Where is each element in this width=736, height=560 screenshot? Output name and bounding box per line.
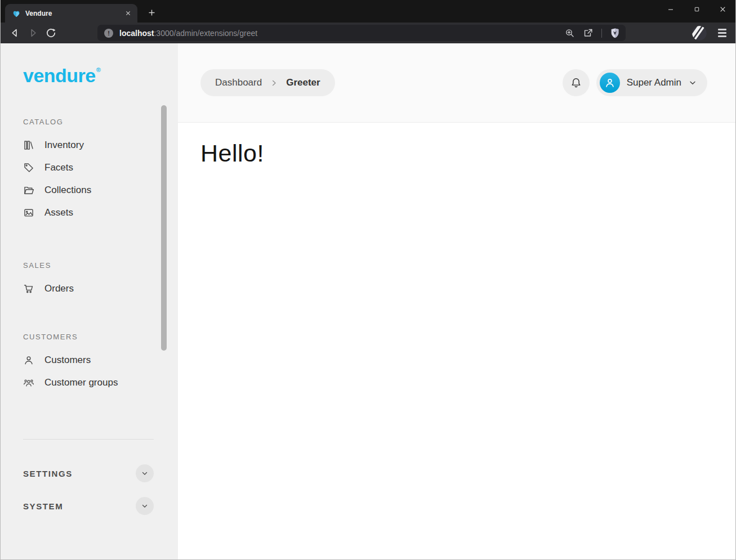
user-menu[interactable]: Super Admin: [596, 69, 707, 96]
folder-icon: [23, 185, 34, 196]
tab-title: Vendure: [25, 10, 123, 17]
address-bar[interactable]: ! localhost:3000/admin/extensions/greet: [97, 25, 626, 41]
url-text: localhost:3000/admin/extensions/greet: [119, 29, 565, 38]
tab-close-icon[interactable]: [123, 8, 133, 19]
bell-icon: [570, 77, 582, 89]
site-info-icon[interactable]: !: [104, 29, 113, 38]
settings-expand-button[interactable]: [136, 464, 154, 482]
sidebar-item-label: Facets: [44, 162, 73, 173]
zoom-icon[interactable]: [565, 28, 575, 38]
image-icon: [23, 207, 34, 218]
browser-titlebar: Vendure: [1, 0, 735, 23]
sidebar-item-collections[interactable]: Collections: [23, 179, 178, 201]
window-controls: [658, 0, 735, 19]
breadcrumb-greeter: Greeter: [286, 77, 320, 88]
profile-avatar[interactable]: [692, 26, 707, 41]
maximize-button[interactable]: [684, 0, 710, 19]
section-label-system: SYSTEM: [23, 501, 63, 511]
browser-menu-icon[interactable]: [716, 26, 729, 39]
tag-icon: [23, 162, 34, 173]
new-tab-button[interactable]: [145, 6, 158, 19]
browser-toolbar: ! localhost:3000/admin/extensions/greet: [1, 23, 735, 43]
notifications-button[interactable]: [563, 69, 590, 96]
sidebar-item-label: Inventory: [44, 140, 84, 151]
library-icon: [23, 140, 34, 151]
addressbar-icons: [565, 28, 620, 39]
vendure-favicon-icon: [12, 9, 21, 18]
close-window-button[interactable]: [710, 0, 735, 19]
url-host: localhost: [119, 29, 154, 38]
sidebar-item-inventory[interactable]: Inventory: [23, 134, 178, 156]
chevron-down-icon: [141, 502, 149, 510]
section-label-catalog: CATALOG: [23, 118, 178, 126]
chevron-right-icon: [270, 79, 278, 87]
chevron-down-icon: [688, 78, 697, 87]
back-button[interactable]: [6, 25, 23, 41]
users-icon: [23, 377, 34, 388]
user-name: Super Admin: [627, 77, 681, 88]
reload-button[interactable]: [42, 25, 59, 41]
sidebar-item-orders[interactable]: Orders: [23, 277, 178, 300]
user-avatar-icon: [600, 73, 620, 93]
main-area: Dashboard Greeter: [178, 43, 735, 559]
sidebar-item-customers[interactable]: Customers: [23, 349, 178, 371]
sidebar-scrollbar[interactable]: [161, 105, 167, 351]
sidebar-item-label: Orders: [44, 283, 74, 294]
breadcrumb-dashboard[interactable]: Dashboard: [215, 77, 262, 88]
greeting-heading: Hello!: [200, 140, 713, 167]
vendure-logo-mark: ®: [96, 67, 101, 73]
vendure-logo-text: vendure: [23, 66, 96, 85]
user-icon: [23, 355, 34, 366]
page-header: Dashboard Greeter: [178, 43, 735, 123]
url-path: :3000/admin/extensions/greet: [154, 29, 257, 38]
sidebar-item-facets[interactable]: Facets: [23, 156, 178, 179]
brave-shield-icon[interactable]: [610, 28, 620, 39]
vendure-admin-app: vendure® CATALOG Inventory Fa: [1, 43, 735, 559]
section-label-settings: SETTINGS: [23, 469, 73, 478]
browser-tab-vendure[interactable]: Vendure: [5, 4, 137, 23]
sidebar-divider: [23, 439, 154, 440]
sidebar-item-assets[interactable]: Assets: [23, 201, 178, 224]
addressbar-divider: [601, 29, 602, 38]
sidebar-item-label: Customer groups: [44, 377, 118, 388]
sidebar: vendure® CATALOG Inventory Fa: [1, 43, 178, 559]
sidebar-item-label: Customers: [44, 355, 91, 366]
system-expand-button[interactable]: [136, 497, 154, 515]
sidebar-item-label: Collections: [44, 185, 91, 196]
sidebar-section-sales: SALES Orders: [23, 261, 178, 300]
vendure-logo[interactable]: vendure®: [23, 66, 178, 85]
chevron-down-icon: [141, 469, 149, 477]
forward-button[interactable]: [24, 25, 41, 41]
section-label-sales: SALES: [23, 261, 178, 270]
share-icon[interactable]: [583, 28, 594, 38]
sidebar-section-settings[interactable]: SETTINGS: [23, 464, 154, 482]
section-label-customers: CUSTOMERS: [23, 333, 178, 341]
sidebar-item-label: Assets: [44, 207, 73, 218]
sidebar-section-catalog: CATALOG Inventory Facets: [23, 118, 178, 224]
breadcrumb: Dashboard Greeter: [200, 69, 335, 96]
browser-window: Vendure: [0, 0, 736, 560]
toolbar-right: [692, 26, 729, 41]
minimize-button[interactable]: [658, 0, 684, 19]
cart-icon: [23, 283, 34, 294]
sidebar-section-customers: CUSTOMERS Customers Customer groups: [23, 333, 178, 394]
sidebar-item-customer-groups[interactable]: Customer groups: [23, 371, 178, 394]
header-actions: Super Admin: [563, 69, 707, 96]
sidebar-section-system[interactable]: SYSTEM: [23, 497, 154, 515]
page-content: Hello!: [178, 123, 735, 559]
